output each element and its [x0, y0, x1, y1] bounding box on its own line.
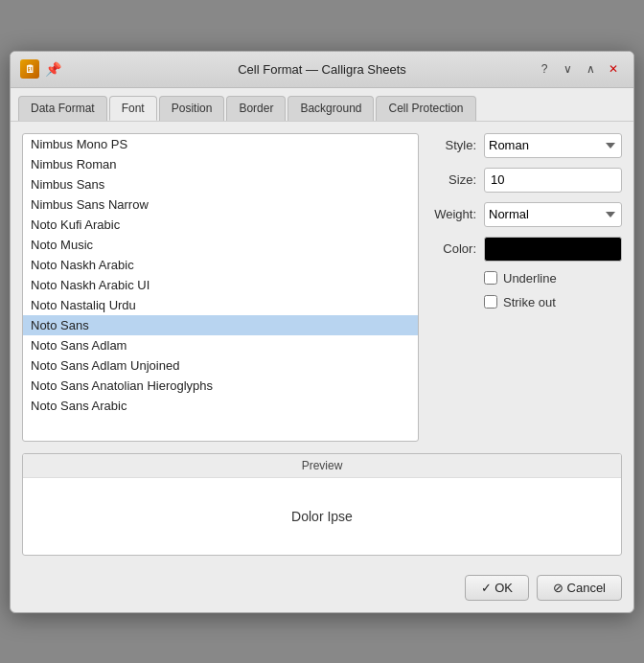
cancel-button[interactable]: ⊘ Cancel: [537, 575, 622, 601]
window-title: Cell Format — Calligra Sheets: [238, 62, 406, 77]
color-picker[interactable]: [484, 237, 622, 262]
size-container: ✕ ▼: [484, 168, 622, 193]
font-list-container: Nimbus Mono PSNimbus RomanNimbus SansNim…: [22, 133, 419, 442]
ok-button[interactable]: ✓ OK: [465, 575, 529, 601]
underline-checkbox[interactable]: [484, 271, 497, 285]
font-item[interactable]: Noto Music: [23, 235, 418, 255]
font-item[interactable]: Noto Sans: [23, 315, 418, 335]
style-select[interactable]: Roman Italic Bold Bold Italic: [484, 133, 622, 158]
weight-label: Weight:: [430, 207, 476, 221]
size-input[interactable]: [485, 172, 622, 187]
color-row: Color:: [430, 237, 622, 262]
tab-data-format[interactable]: Data Format: [18, 96, 107, 121]
strikeout-checkbox[interactable]: [484, 295, 497, 309]
font-item[interactable]: Noto Sans Anatolian Hieroglyphs: [23, 376, 418, 396]
color-label: Color:: [430, 241, 476, 256]
font-tab-content: Nimbus Mono PSNimbus RomanNimbus SansNim…: [11, 122, 633, 453]
font-item[interactable]: Noto Nastaliq Urdu: [23, 295, 418, 315]
preview-title: Preview: [23, 454, 621, 478]
font-item[interactable]: Nimbus Mono PS: [23, 134, 418, 154]
underline-label[interactable]: Underline: [503, 271, 557, 286]
font-item[interactable]: Noto Sans Adlam: [23, 335, 418, 355]
size-row: Size: ✕ ▼: [430, 168, 622, 193]
font-item[interactable]: Noto Naskh Arabic UI: [23, 275, 418, 295]
close-button[interactable]: ✕: [603, 58, 624, 80]
window-controls: ? ∨ ∧ ✕: [534, 58, 624, 80]
font-item[interactable]: Noto Sans Arabic: [23, 396, 418, 416]
preview-content: Dolor Ipse: [23, 478, 621, 555]
app-icon: 🗓: [20, 59, 39, 79]
underline-row: Underline: [430, 271, 622, 286]
tab-position[interactable]: Position: [159, 96, 225, 121]
cell-format-dialog: 🗓 📌 Cell Format — Calligra Sheets ? ∨ ∧ …: [10, 51, 634, 613]
preview-section: Preview Dolor Ipse: [22, 453, 622, 556]
tab-cell-protection[interactable]: Cell Protection: [376, 96, 475, 121]
size-label: Size:: [430, 172, 476, 187]
maximize-button[interactable]: ∧: [580, 58, 601, 80]
tab-border[interactable]: Border: [226, 96, 286, 121]
strikeout-label[interactable]: Strike out: [503, 295, 556, 309]
style-label: Style:: [430, 138, 476, 152]
titlebar: 🗓 📌 Cell Format — Calligra Sheets ? ∨ ∧ …: [11, 52, 633, 88]
weight-row: Weight: Normal Light Bold Extra Bold: [430, 202, 622, 227]
tab-bar: Data Format Font Position Border Backgro…: [11, 88, 633, 122]
font-item[interactable]: Nimbus Sans: [23, 174, 418, 194]
font-item[interactable]: Noto Sans Adlam Unjoined: [23, 355, 418, 376]
tab-background[interactable]: Background: [288, 96, 374, 121]
footer: ✓ OK ⊘ Cancel: [11, 567, 633, 612]
preview-text: Dolor Ipse: [291, 509, 353, 524]
font-properties-panel: Style: Roman Italic Bold Bold Italic Siz…: [430, 133, 622, 442]
font-list[interactable]: Nimbus Mono PSNimbus RomanNimbus SansNim…: [23, 134, 418, 441]
weight-select[interactable]: Normal Light Bold Extra Bold: [484, 202, 622, 227]
strikeout-row: Strike out: [430, 295, 622, 309]
style-row: Style: Roman Italic Bold Bold Italic: [430, 133, 622, 158]
font-item[interactable]: Noto Kufi Arabic: [23, 215, 418, 235]
font-item[interactable]: Nimbus Roman: [23, 154, 418, 174]
tab-font[interactable]: Font: [109, 96, 157, 121]
help-button[interactable]: ?: [534, 58, 555, 80]
pin-button[interactable]: 📌: [45, 61, 61, 77]
font-item[interactable]: Nimbus Sans Narrow: [23, 194, 418, 215]
font-item[interactable]: Noto Naskh Arabic: [23, 255, 418, 275]
minimize-button[interactable]: ∨: [557, 58, 578, 80]
